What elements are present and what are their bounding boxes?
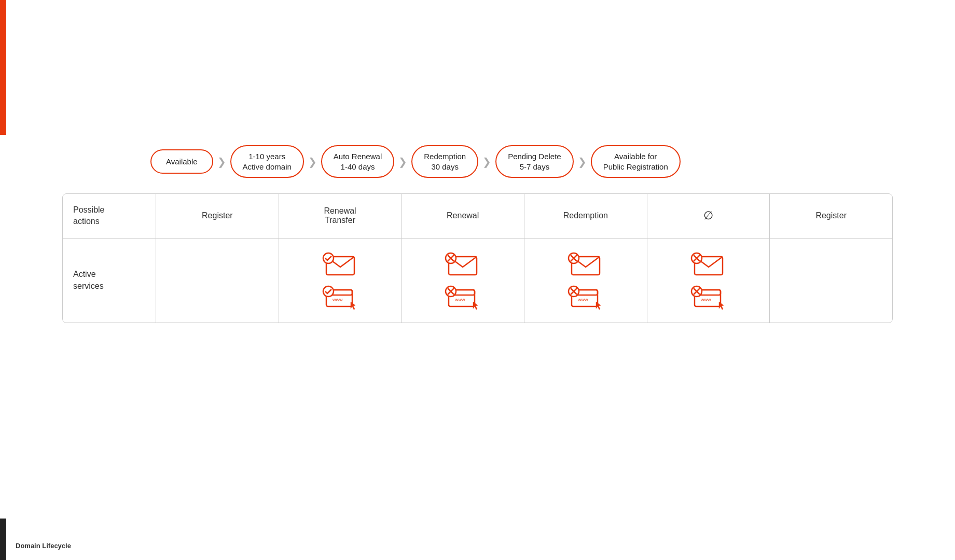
pending-delete-icons: www — [685, 249, 732, 312]
redemption-icons: www — [562, 249, 609, 312]
web-x-icon-1: www — [439, 284, 486, 312]
label-active-services: Activeservices — [63, 239, 156, 323]
action-register-available: Register — [156, 194, 279, 238]
arrow-2: ❯ — [308, 156, 317, 168]
email-x-icon-2 — [562, 249, 609, 277]
services-available — [156, 239, 279, 323]
action-renewal-transfer: RenewalTransfer — [279, 194, 402, 238]
stage-auto-renewal: Auto Renewal 1-40 days — [321, 145, 394, 178]
stage-redemption: Redemption 30 days — [411, 145, 478, 178]
svg-text:www: www — [332, 297, 343, 302]
stage-active: 1-10 years Active domain — [230, 145, 304, 178]
auto-renewal-icons: www — [439, 249, 486, 312]
footer-bar — [0, 519, 6, 560]
stage-available: Available — [150, 149, 213, 174]
web-x-icon-2: www — [562, 284, 609, 312]
footer-label: Domain Lifecycle — [16, 542, 71, 550]
main-content: Available ❯ 1-10 years Active domain ❯ A… — [0, 0, 955, 344]
lifecycle-flow: Available ❯ 1-10 years Active domain ❯ A… — [62, 145, 893, 178]
left-accent-bar — [0, 0, 6, 135]
label-possible-actions: Possible actions — [63, 194, 156, 238]
email-x-icon-1 — [439, 249, 486, 277]
services-auto-renewal: www — [402, 239, 524, 323]
svg-text:www: www — [700, 297, 711, 302]
svg-marker-14 — [473, 302, 478, 310]
arrow-3: ❯ — [398, 156, 407, 168]
action-register-public: Register — [770, 194, 892, 238]
stage-pending-delete: Pending Delete 5-7 days — [495, 145, 574, 178]
services-available-public — [770, 239, 892, 323]
arrow-4: ❯ — [482, 156, 491, 168]
svg-marker-36 — [719, 302, 724, 310]
action-redemption: Redemption — [524, 194, 647, 238]
action-renewal: Renewal — [402, 194, 524, 238]
web-check-icon: www — [317, 284, 364, 312]
web-x-icon-3: www — [685, 284, 732, 312]
email-x-icon-3 — [685, 249, 732, 277]
svg-marker-5 — [351, 302, 355, 310]
lifecycle-table: Possible actions Register RenewalTransfe… — [62, 193, 893, 323]
active-icons: www — [317, 249, 364, 312]
arrow-5: ❯ — [578, 156, 587, 168]
stage-available-public: Available for Public Registration — [591, 145, 681, 178]
svg-marker-25 — [596, 302, 601, 310]
action-null: ∅ — [647, 194, 770, 238]
svg-point-6 — [323, 286, 334, 297]
svg-text:www: www — [454, 297, 465, 302]
email-check-icon — [317, 249, 364, 277]
services-active: www — [279, 239, 402, 323]
services-redemption: www — [524, 239, 647, 323]
svg-point-1 — [323, 253, 334, 263]
arrow-1: ❯ — [217, 156, 226, 168]
table-row-active-services: Activeservices — [63, 239, 892, 323]
services-pending-delete: www — [647, 239, 770, 323]
table-row-possible-actions: Possible actions Register RenewalTransfe… — [63, 194, 892, 239]
svg-text:www: www — [577, 297, 588, 302]
